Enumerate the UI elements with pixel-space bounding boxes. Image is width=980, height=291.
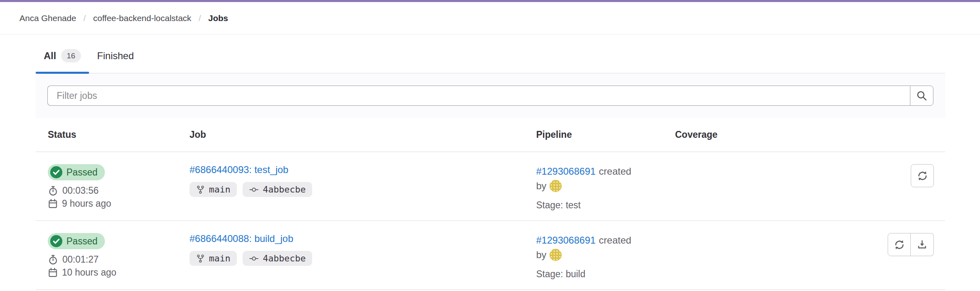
- table-row: Passed 00:03:56 9 hours ago #6866440093:…: [36, 152, 945, 221]
- branch-ref-pill[interactable]: main: [190, 251, 237, 266]
- column-header-pipeline: Pipeline: [536, 118, 675, 152]
- job-link[interactable]: #6866440088: build_job: [190, 233, 293, 244]
- branch-icon: [196, 254, 205, 263]
- calendar-icon: [48, 199, 58, 209]
- job-ref-row: main 4abbecbe: [190, 182, 536, 197]
- pipeline-created-text: created: [599, 166, 631, 177]
- stage-label: Stage: build: [536, 269, 658, 280]
- search-icon: [916, 90, 927, 101]
- tab-all-count-badge: 16: [61, 49, 81, 62]
- breadcrumb-separator: /: [198, 13, 201, 23]
- job-link[interactable]: #6866440093: test_job: [190, 164, 288, 175]
- job-duration: 00:03:56: [48, 185, 190, 196]
- commit-icon: [249, 185, 259, 195]
- table-header-row: Status Job Pipeline Coverage: [36, 118, 945, 152]
- tab-all[interactable]: All 16: [36, 43, 89, 73]
- breadcrumb-item-jobs: Jobs: [208, 13, 228, 23]
- coverage-cell: [675, 233, 797, 280]
- pipeline-by-text: by: [536, 180, 546, 191]
- tab-finished[interactable]: Finished: [89, 43, 142, 73]
- status-label: Passed: [66, 236, 98, 247]
- branch-ref-pill[interactable]: main: [190, 182, 237, 197]
- search-button[interactable]: [910, 86, 933, 106]
- status-badge[interactable]: Passed: [48, 164, 105, 180]
- column-header-coverage: Coverage: [675, 118, 797, 152]
- coverage-cell: [675, 164, 797, 211]
- jobs-tabs: All 16 Finished: [36, 34, 945, 73]
- actions-cell: [797, 164, 945, 211]
- pipeline-created-text: created: [599, 235, 631, 246]
- check-circle-icon: [50, 166, 62, 178]
- status-badge[interactable]: Passed: [48, 233, 105, 249]
- filter-input-group: [47, 86, 933, 106]
- job-cell: #6866440093: test_job main 4abbecbe: [190, 164, 536, 211]
- job-age: 10 hours ago: [48, 267, 190, 278]
- tab-finished-label: Finished: [97, 50, 134, 62]
- breadcrumb-separator: /: [83, 13, 86, 23]
- filter-bar: [36, 73, 945, 118]
- job-ref-row: main 4abbecbe: [190, 251, 536, 266]
- job-cell: #6866440088: build_job main 4abbecbe: [190, 233, 536, 280]
- breadcrumb-item-user[interactable]: Anca Ghenade: [19, 13, 76, 23]
- commit-sha-pill[interactable]: 4abbecbe: [243, 182, 312, 197]
- commit-sha-pill[interactable]: 4abbecbe: [243, 251, 312, 266]
- avatar[interactable]: [550, 249, 562, 261]
- retry-icon: [894, 239, 905, 250]
- status-label: Passed: [66, 167, 98, 178]
- pipeline-by-text: by: [536, 249, 546, 260]
- timer-icon: [48, 255, 58, 265]
- pipeline-cell: #1293068691created by Stage: build: [536, 233, 658, 280]
- pipeline-info: #1293068691created by: [536, 164, 658, 193]
- download-artifacts-button[interactable]: [911, 233, 934, 256]
- jobs-page: All 16 Finished Status Job Pipeline Cove…: [0, 34, 980, 290]
- pipeline-info: #1293068691created by: [536, 233, 658, 262]
- retry-job-button[interactable]: [911, 164, 934, 187]
- commit-icon: [249, 254, 259, 263]
- retry-icon: [917, 170, 928, 182]
- calendar-icon: [48, 267, 58, 278]
- column-header-status: Status: [36, 118, 190, 152]
- pipeline-link[interactable]: #1293068691: [536, 166, 596, 177]
- avatar[interactable]: [550, 180, 562, 192]
- breadcrumb: Anca Ghenade / coffee-backend-localstack…: [0, 2, 980, 34]
- check-circle-icon: [50, 235, 62, 247]
- job-age: 9 hours ago: [48, 198, 190, 209]
- column-header-actions: [797, 118, 945, 152]
- branch-icon: [196, 185, 205, 194]
- download-icon: [917, 240, 927, 250]
- column-header-job: Job: [190, 118, 536, 152]
- tab-all-label: All: [44, 50, 56, 62]
- retry-job-button[interactable]: [888, 233, 911, 256]
- status-cell: Passed 00:03:56 9 hours ago: [36, 164, 190, 211]
- actions-button-group: [888, 233, 934, 256]
- table-row: Passed 00:01:27 10 hours ago #6866440088…: [36, 221, 945, 290]
- status-cell: Passed 00:01:27 10 hours ago: [36, 233, 190, 280]
- filter-jobs-input[interactable]: [47, 86, 910, 106]
- pipeline-link[interactable]: #1293068691: [536, 235, 596, 246]
- pipeline-cell: #1293068691created by Stage: test: [536, 164, 658, 211]
- stage-label: Stage: test: [536, 200, 658, 211]
- actions-cell: [797, 233, 945, 280]
- job-duration: 00:01:27: [48, 254, 190, 265]
- breadcrumb-item-project[interactable]: coffee-backend-localstack: [93, 13, 191, 23]
- timer-icon: [48, 186, 58, 196]
